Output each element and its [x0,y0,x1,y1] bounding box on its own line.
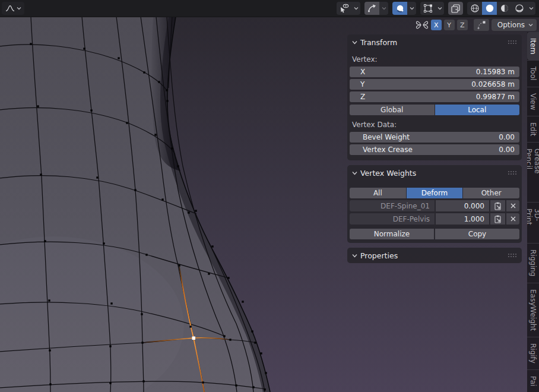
tab-paint[interactable]: Pai [527,369,539,392]
vertex-y-field[interactable]: Y 0.026658 m [350,79,519,90]
paste-icon [494,215,502,223]
paste-icon [494,202,502,210]
show-overlays-dropdown[interactable] [379,2,388,15]
panel-title: Properties [360,251,398,260]
chevron-down-icon [410,7,414,10]
options-dropdown[interactable]: Options [492,19,537,31]
shading-wireframe-button[interactable] [467,2,482,15]
tab-3d-print[interactable]: 3D-Print [527,202,539,243]
panel-title: Transform [360,38,397,47]
vertex-z-field[interactable]: Z 0.99877 m [350,91,519,102]
mirror-icon [416,20,429,30]
vertex-crease-field[interactable]: Vertex Crease 0.00 [350,144,519,155]
vertex-weights-panel-header[interactable]: Vertex Weights [350,165,519,181]
options-label: Options [497,21,525,29]
show-overlays-toggle[interactable] [364,2,379,15]
tab-edit[interactable]: Edit [527,116,539,142]
shading-material-icon [500,4,509,13]
filter-deform-button[interactable]: Deform [407,188,463,198]
xray-group [448,2,463,15]
drag-dots-icon[interactable] [508,40,517,45]
close-icon [511,216,516,222]
tab-grease-pencil[interactable]: Grease Pencil [527,142,539,202]
snapping-toggle[interactable] [392,2,407,15]
chevron-down-icon [354,7,359,10]
sidebar-tab-strip: Item Tool View Edit Grease Pencil 3D-Pri… [527,32,539,392]
field-label: Bevel Weight [363,133,410,141]
paste-weight-button[interactable] [490,213,505,225]
field-value: 0.99877 m [476,93,515,101]
delete-weight-button[interactable] [506,213,519,225]
transform-panel: Transform Vertex: X 0.15983 m Y 0.026658… [347,34,522,160]
group-weight-field[interactable]: 1.000 [436,213,489,225]
group-weight-field[interactable]: 0.000 [436,200,489,211]
header-right-cluster [332,2,535,15]
tab-rigging[interactable]: Rigging [527,243,539,282]
chevron-down-icon [437,7,442,10]
tool-settings-bar: X Y Z Options [416,18,537,31]
mirror-x-button[interactable]: X [431,20,442,30]
paste-weight-button[interactable] [490,200,505,211]
show-gizmo-dropdown[interactable] [351,2,360,15]
selected-vertex[interactable] [192,337,196,340]
filter-all-button[interactable]: All [350,188,406,198]
shading-solid-button[interactable] [482,2,497,15]
snapping-group [392,2,416,15]
xray-icon [451,4,461,14]
shading-solid-icon [485,4,494,13]
proportional-falloff-dropdown[interactable] [2,2,24,15]
drag-dots-icon[interactable] [508,253,517,258]
show-gizmo-toggle[interactable] [337,2,351,15]
chevron-down-icon [352,40,357,45]
delete-weight-button[interactable] [506,200,519,211]
group-name: DEF-Spine_01 [350,200,435,211]
field-value: 0.00 [499,133,515,141]
show-overlays-group [364,2,388,15]
vertex-group-row: DEF-Pelvis 1.000 [350,213,519,225]
local-button[interactable]: Local [435,105,520,115]
snapping-dropdown[interactable] [407,2,416,15]
show-gizmo-group [337,2,360,15]
close-icon [511,203,516,208]
vertex-group-row: DEF-Spine_01 0.000 [350,200,519,211]
tab-easyweight[interactable]: EasyWeight [527,283,539,337]
normalize-button[interactable]: Normalize [350,229,434,239]
field-value: 0.00 [499,146,515,154]
proportional-editing-toggle[interactable] [420,2,435,15]
weight-filter-toggle: All Deform Other [350,188,519,198]
shading-material-button[interactable] [497,2,512,15]
toggle-xray-button[interactable] [448,2,463,15]
transform-panel-header[interactable]: Transform [350,34,519,50]
global-button[interactable]: Global [350,105,435,115]
shading-dropdown[interactable] [527,2,535,15]
dashed-snap-icon [477,20,486,30]
falloff-curve-icon [5,4,15,12]
shading-rendered-button[interactable] [512,2,527,15]
tab-tool[interactable]: Tool [527,60,539,86]
tab-view[interactable]: View [527,87,539,116]
shading-group [467,2,535,15]
snap-magnet-icon [395,4,405,13]
properties-panel-header[interactable]: Properties [350,248,519,263]
chevron-down-icon [352,171,357,175]
field-label: X [360,68,365,76]
vertex-x-field[interactable]: X 0.15983 m [350,67,519,77]
snap-self-button[interactable] [474,19,489,31]
proportional-editing-dropdown[interactable] [435,2,444,15]
properties-panel: Properties [347,248,522,263]
overlay-arc-arrow-icon [367,4,377,13]
gizmo-pointer-eye-icon [340,4,349,13]
chevron-down-icon [382,7,386,10]
tab-item[interactable]: Item [527,32,539,60]
chevron-down-icon [529,7,534,10]
filter-other-button[interactable]: Other [463,188,519,198]
bevel-weight-field[interactable]: Bevel Weight 0.00 [350,132,519,143]
chevron-down-icon [352,254,357,258]
tab-rigify[interactable]: Rigify [527,337,539,369]
mirror-y-button[interactable]: Y [444,20,455,30]
proportional-editing-group [420,2,444,15]
mirror-z-button[interactable]: Z [457,20,468,30]
copy-button[interactable]: Copy [435,229,519,239]
chevron-down-icon [17,7,21,10]
drag-dots-icon[interactable] [508,170,517,175]
